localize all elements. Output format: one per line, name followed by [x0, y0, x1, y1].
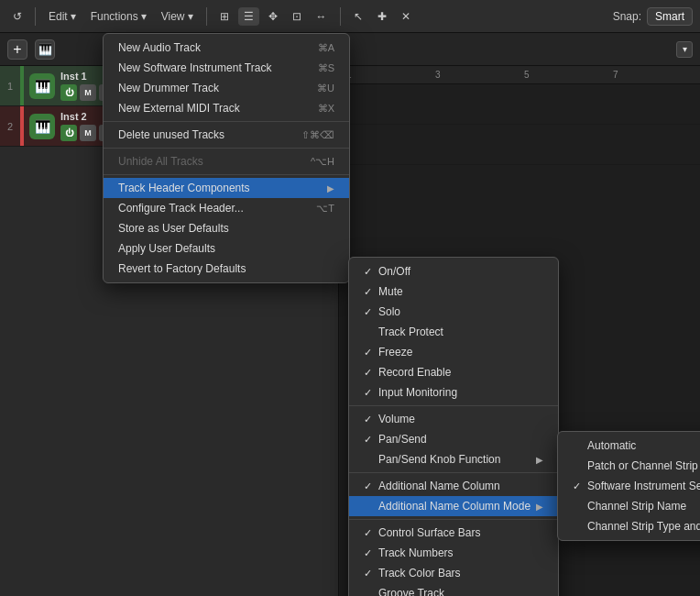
thc-additional-name-label: Additional Name Column	[378, 480, 500, 492]
ruler-mark-3: 3	[435, 70, 441, 80]
nm-channel-strip-name[interactable]: Channel Strip Name	[558, 496, 700, 516]
menu-configure-header-shortcut: ⌥T	[316, 203, 334, 215]
snap-value[interactable]: Smart	[647, 7, 693, 26]
menu-sep-1	[104, 121, 349, 122]
nm-software[interactable]: ✓Software Instrument Setting Name	[558, 476, 700, 496]
nm-automatic[interactable]: Automatic	[558, 436, 700, 456]
thc-mute-label: Mute	[378, 285, 403, 298]
thc-sep-3	[349, 519, 558, 520]
menu-new-audio-label: New Audio Track	[118, 41, 201, 54]
ruler-mark-7: 7	[613, 70, 618, 80]
thc-pan-send[interactable]: ✓Pan/Send	[349, 429, 558, 449]
tool1-button[interactable]: ✥	[263, 7, 283, 26]
back-button[interactable]: ↺	[7, 7, 27, 26]
toolbar-divider-1	[35, 7, 36, 26]
thc-groove-track[interactable]: Groove Track	[349, 583, 558, 596]
toolbar-divider-2	[206, 7, 207, 26]
mute-button-2[interactable]: M	[80, 125, 96, 141]
nm-patch-label: Patch or Channel Strip Setting Name	[587, 459, 700, 472]
tool1-icon: ✥	[268, 10, 278, 23]
add-instrument-button[interactable]: 🎹	[35, 39, 55, 60]
nm-patch[interactable]: Patch or Channel Strip Setting Name	[558, 456, 700, 476]
tool2-button[interactable]: ⊡	[287, 7, 307, 26]
functions-menu-button[interactable]: Functions ▾	[85, 7, 152, 26]
track-header-submenu[interactable]: ✓On/Off ✓Mute ✓Solo Track Protect ✓Freez…	[348, 257, 559, 596]
thc-mute-check: ✓	[364, 286, 377, 298]
thc-groove-track-check	[364, 588, 377, 596]
menu-apply-defaults[interactable]: Apply User Defaults	[104, 238, 349, 259]
menu-delete-unused[interactable]: Delete unused Tracks ⇧⌘⌫	[104, 125, 349, 145]
menu-configure-header-label: Configure Track Header...	[118, 202, 244, 215]
view-menu-button[interactable]: View ▾	[156, 7, 199, 26]
thc-track-protect-check	[364, 326, 377, 337]
nm-channel-strip-type-check	[573, 521, 585, 532]
track-lane-2[interactable]	[339, 125, 700, 165]
menu-new-midi-shortcut: ⌘X	[318, 103, 334, 115]
thc-track-color-bars[interactable]: ✓Track Color Bars	[349, 563, 558, 583]
thc-track-color-bars-label: Track Color Bars	[378, 567, 461, 579]
menu-configure-header[interactable]: Configure Track Header... ⌥T	[104, 198, 349, 218]
menu-track-header-components[interactable]: Track Header Components ▶	[104, 178, 349, 198]
list-view-button[interactable]: ☰	[238, 7, 259, 26]
thc-on-off[interactable]: ✓On/Off	[349, 261, 558, 281]
menu-new-software[interactable]: New Software Instrument Track ⌘S	[104, 58, 349, 78]
menu-new-drummer[interactable]: New Drummer Track ⌘U	[104, 78, 349, 98]
thc-sep-2	[349, 472, 558, 473]
nm-channel-strip-type[interactable]: Channel Strip Type and Number	[558, 516, 700, 536]
view-chevron-icon: ▾	[188, 10, 193, 23]
mute-button-1[interactable]: M	[80, 84, 96, 101]
thc-volume[interactable]: ✓Volume	[349, 409, 558, 429]
thc-volume-check: ✓	[364, 414, 377, 425]
power-button-1[interactable]: ⏻	[60, 84, 77, 101]
thc-additional-name-mode[interactable]: Additional Name Column Mode ▶	[349, 496, 558, 516]
thc-control-surface[interactable]: ✓Control Surface Bars	[349, 523, 558, 543]
thc-control-surface-label: Control Surface Bars	[378, 526, 480, 539]
ruler-mark-5: 5	[524, 70, 530, 80]
track-lane-1[interactable]	[339, 84, 700, 125]
thc-track-numbers[interactable]: ✓Track Numbers	[349, 543, 558, 563]
cursor-tool-button[interactable]: ↖	[348, 7, 368, 26]
add-tool-button[interactable]: ✚	[372, 7, 392, 26]
menu-new-audio-shortcut: ⌘A	[318, 42, 334, 54]
arrange-options-icon: ▾	[683, 44, 687, 54]
minus-tool-button[interactable]: ✕	[396, 7, 416, 26]
menu-store-defaults[interactable]: Store as User Defaults	[104, 218, 349, 238]
list-icon: ☰	[244, 10, 254, 23]
grid-view-button[interactable]: ⊞	[214, 7, 235, 26]
menu-delete-unused-shortcut: ⇧⌘⌫	[301, 129, 334, 141]
tool3-icon: ↔	[316, 10, 327, 23]
menu-new-midi-label: New External MIDI Track	[118, 102, 240, 115]
add-icon: ✚	[377, 10, 387, 23]
functions-label: Functions	[91, 10, 138, 23]
thc-additional-name-mode-label: Additional Name Column Mode	[378, 500, 530, 513]
functions-menu[interactable]: New Audio Track ⌘A New Software Instrume…	[103, 33, 350, 283]
track-number-2: 2	[0, 121, 20, 132]
menu-sep-2	[104, 148, 349, 149]
thc-track-protect-label: Track Protect	[378, 326, 443, 338]
back-icon: ↺	[13, 10, 22, 23]
cursor-icon: ↖	[354, 10, 363, 23]
arrange-options-button[interactable]: ▾	[676, 41, 693, 58]
name-mode-submenu[interactable]: Automatic Patch or Channel Strip Setting…	[557, 431, 700, 541]
thc-pan-send-knob[interactable]: Pan/Send Knob Function ▶	[349, 449, 558, 469]
menu-unhide-all-label: Unhide All Tracks	[118, 155, 203, 168]
view-label: View	[161, 10, 185, 23]
menu-new-midi[interactable]: New External MIDI Track ⌘X	[104, 98, 349, 118]
menu-revert-factory[interactable]: Revert to Factory Defaults	[104, 259, 349, 279]
toolbar-divider-3	[340, 7, 341, 26]
thc-freeze[interactable]: ✓Freeze	[349, 342, 558, 362]
thc-track-protect[interactable]: Track Protect	[349, 322, 558, 342]
thc-record-enable-label: Record Enable	[378, 366, 451, 379]
edit-menu-button[interactable]: Edit ▾	[43, 7, 82, 26]
thc-additional-name[interactable]: ✓Additional Name Column	[349, 476, 558, 496]
menu-new-audio[interactable]: New Audio Track ⌘A	[104, 38, 349, 58]
tool3-button[interactable]: ↔	[311, 7, 333, 26]
thc-on-off-check: ✓	[364, 266, 377, 278]
thc-solo[interactable]: ✓Solo	[349, 302, 558, 322]
add-track-button[interactable]: +	[7, 39, 27, 60]
thc-record-enable[interactable]: ✓Record Enable	[349, 362, 558, 382]
power-button-2[interactable]: ⏻	[60, 125, 77, 141]
thc-mute[interactable]: ✓Mute	[349, 281, 558, 302]
thc-solo-label: Solo	[378, 305, 400, 318]
thc-input-monitoring[interactable]: ✓Input Monitoring	[349, 382, 558, 403]
